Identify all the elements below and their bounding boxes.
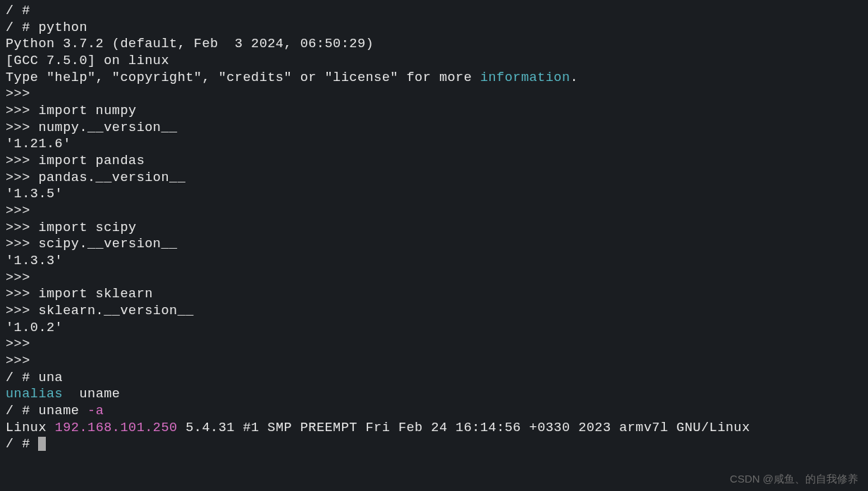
terminal-line: >>>: [6, 336, 862, 353]
terminal-line: '1.3.5': [6, 186, 862, 203]
terminal-line: >>> scipy.__version__: [6, 236, 862, 253]
terminal-line: [GCC 7.5.0] on linux: [6, 53, 862, 70]
terminal-text-segment: / #: [6, 4, 30, 18]
terminal-text-segment: >>> import pandas: [6, 154, 145, 168]
terminal-text-segment: / #: [6, 437, 38, 452]
terminal-line: / # uname -a: [6, 403, 862, 420]
terminal-text-segment: / # python: [6, 20, 87, 35]
terminal-text-segment: >>>: [6, 271, 30, 285]
terminal-line: >>> import pandas: [6, 153, 862, 170]
terminal-text-segment: '1.3.5': [6, 187, 63, 201]
terminal-text-segment: -a: [87, 404, 104, 418]
terminal-text-segment: Linux: [6, 421, 55, 435]
terminal-line: >>>: [6, 270, 862, 287]
terminal-text-segment: >>>: [6, 87, 30, 101]
terminal-line: '1.3.3': [6, 253, 862, 270]
terminal-line: unalias uname: [6, 386, 862, 403]
terminal-text-segment: [GCC 7.5.0] on linux: [6, 54, 169, 68]
terminal-line: / #: [6, 436, 862, 453]
terminal-text-segment: 5.4.31 #1 SMP PREEMPT Fri Feb 24 16:14:5…: [178, 421, 750, 435]
terminal-line: / # python: [6, 20, 862, 37]
terminal-text-segment: uname: [63, 387, 120, 402]
terminal-text-segment: >>> pandas.__version__: [6, 170, 185, 185]
watermark-text: CSDN @咸鱼、的自我修养: [730, 472, 858, 485]
terminal-output[interactable]: / #/ # pythonPython 3.7.2 (default, Feb …: [6, 3, 862, 453]
terminal-text-segment: >>> import scipy: [6, 220, 137, 235]
terminal-text-segment: >>>: [6, 337, 30, 352]
terminal-text-segment: '1.3.3': [6, 254, 63, 268]
terminal-text-segment: '1.21.6': [6, 137, 71, 151]
terminal-text-segment: >>> numpy.__version__: [6, 120, 178, 135]
terminal-line: >>>: [6, 353, 862, 370]
terminal-line: >>> pandas.__version__: [6, 170, 862, 187]
terminal-text-segment: '1.0.2': [6, 321, 63, 335]
terminal-text-segment: information: [480, 70, 570, 85]
terminal-line: / # una: [6, 370, 862, 387]
terminal-line: Python 3.7.2 (default, Feb 3 2024, 06:50…: [6, 36, 862, 53]
terminal-line: >>>: [6, 203, 862, 220]
terminal-line: >>> sklearn.__version__: [6, 303, 862, 320]
cursor-icon: [38, 437, 46, 451]
terminal-text-segment: >>> import sklearn: [6, 287, 153, 302]
terminal-line: / #: [6, 3, 862, 20]
terminal-text-segment: / # uname: [6, 404, 87, 418]
terminal-text-segment: >>> scipy.__version__: [6, 237, 178, 251]
terminal-text-segment: >>> sklearn.__version__: [6, 304, 194, 318]
terminal-line: >>> numpy.__version__: [6, 120, 862, 137]
terminal-text-segment: .: [570, 70, 579, 85]
terminal-line: >>> import numpy: [6, 103, 862, 120]
terminal-text-segment: / # una: [6, 371, 63, 385]
terminal-line: Linux 192.168.101.250 5.4.31 #1 SMP PREE…: [6, 420, 862, 437]
terminal-text-segment: 192.168.101.250: [55, 421, 178, 435]
terminal-text-segment: Python 3.7.2 (default, Feb 3 2024, 06:50…: [6, 37, 374, 51]
terminal-text-segment: unalias: [6, 387, 63, 402]
terminal-line: >>>: [6, 86, 862, 103]
terminal-text-segment: >>>: [6, 204, 30, 218]
terminal-text-segment: Type "help", "copyright", "credits" or "…: [6, 70, 480, 85]
terminal-text-segment: >>> import numpy: [6, 104, 137, 118]
terminal-line: '1.0.2': [6, 320, 862, 337]
terminal-line: >>> import sklearn: [6, 286, 862, 303]
terminal-line: '1.21.6': [6, 136, 862, 153]
terminal-line: >>> import scipy: [6, 220, 862, 237]
terminal-text-segment: >>>: [6, 354, 30, 368]
terminal-line: Type "help", "copyright", "credits" or "…: [6, 70, 862, 87]
